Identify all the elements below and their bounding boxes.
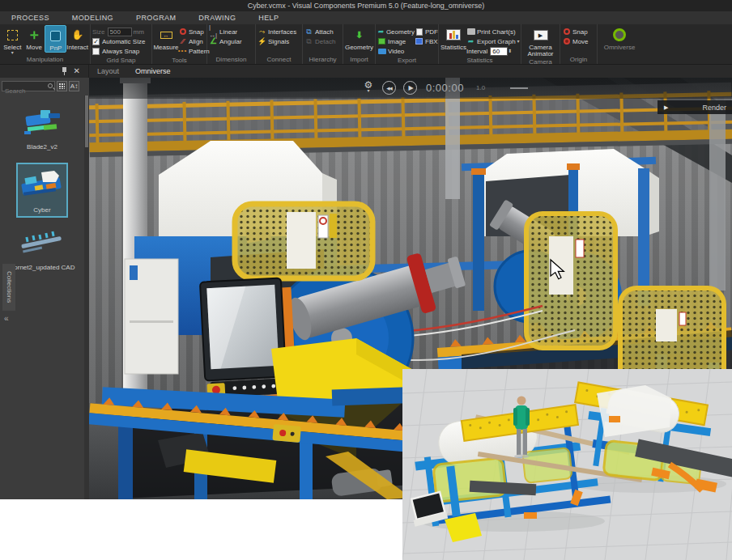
linear-icon: |↔| <box>209 28 218 36</box>
group-dimension: |↔| Linear ∠ Angular Dimension <box>207 24 256 64</box>
group-omniverse: Omniverse <box>598 24 641 64</box>
group-statistics: Statistics Print Chart(s) ➦ Export Graph… <box>439 24 521 64</box>
grid-view-button[interactable] <box>57 81 67 91</box>
export-geometry-button[interactable]: ➦ Geometry <box>377 27 415 36</box>
attach-button[interactable]: ⧉ Attach <box>304 27 335 36</box>
measure-button[interactable]: ↔ Measure <box>154 25 178 51</box>
sort-button[interactable]: A↕ <box>69 81 79 91</box>
move-button[interactable]: ✛ Move <box>23 25 45 51</box>
empty-area <box>0 499 402 560</box>
export-pdf-button[interactable]: PDF <box>415 27 438 36</box>
collections-tab[interactable]: Collections <box>2 264 15 311</box>
export-geometry-icon: ➦ <box>377 28 385 36</box>
menu-process[interactable]: PROCESS <box>0 14 61 22</box>
image-icon <box>378 38 385 45</box>
export-graph-dropdown-icon: ▾ <box>517 40 520 44</box>
close-icon[interactable]: ✕ <box>74 65 80 78</box>
angular-button[interactable]: ∠ Angular <box>209 36 242 46</box>
component-cyber-selected[interactable]: Cyber <box>16 163 68 218</box>
rewind-button[interactable]: ◀◀ <box>382 81 396 95</box>
print-charts-button[interactable]: Print Chart(s) <box>466 27 520 36</box>
interval-spinner[interactable]: ⬍ <box>508 49 512 53</box>
statistics-button[interactable]: Statistics <box>440 25 466 51</box>
pattern-button[interactable]: ••• Pattern <box>178 46 210 56</box>
inset-3d-view[interactable] <box>402 369 732 560</box>
always-snap-checkbox[interactable]: Always Snap <box>92 46 145 56</box>
video-icon <box>378 49 386 54</box>
title-bar: Cyber.vcmx - Visual Components Premium 5… <box>0 0 732 11</box>
search-row: A↕ <box>0 78 89 95</box>
detach-icon: ⧉ <box>304 37 313 45</box>
sort-icon: A↕ <box>70 83 78 90</box>
menu-help[interactable]: HELP <box>247 14 290 22</box>
pdf-icon <box>416 28 423 36</box>
render-panel-tab[interactable]: ▶ Render <box>658 100 732 114</box>
size-input[interactable] <box>108 28 132 36</box>
detach-button[interactable]: ⧉ Detach <box>304 36 335 46</box>
export-graph-icon: ➦ <box>466 37 475 45</box>
pnp-button[interactable]: PnP <box>45 25 66 53</box>
import-geometry-button[interactable]: ⬇ Geometry <box>345 25 373 51</box>
origin-move-button[interactable]: Move <box>562 36 589 46</box>
interfaces-button[interactable]: ⤳ Interfaces <box>257 27 296 36</box>
camera-animator-button[interactable]: ▶ Camera Animator <box>523 25 558 57</box>
group-grid-snap: Size mm ✓ Automatic Size Always Snap Gri… <box>91 24 152 64</box>
pnp-icon <box>50 31 61 41</box>
tab-layout[interactable]: Layout <box>89 65 127 78</box>
snap-button[interactable]: Snap <box>178 27 210 36</box>
inset-scene <box>402 369 732 560</box>
component-list: Blade2_v2 Cyber <box>0 97 84 272</box>
interact-button[interactable]: ✋ Interact <box>66 25 88 51</box>
group-export: ➦ Geometry Image Video PDF <box>376 24 439 64</box>
component-hornet2[interactable]: Hornet2_updated CAD <box>5 226 79 272</box>
simulation-time: 0:00:00 <box>426 82 464 94</box>
group-connect: ⤳ Interfaces ⚡ Signals Connect <box>256 24 303 64</box>
search-icon <box>48 83 53 88</box>
tab-omniverse[interactable]: Omniverse <box>127 65 179 78</box>
menu-program[interactable]: PROGRAM <box>125 14 187 22</box>
linear-button[interactable]: |↔| Linear <box>209 27 242 36</box>
component-panel: A↕ Blade2_v2 <box>0 78 89 499</box>
search-input[interactable] <box>2 87 54 95</box>
interval-input[interactable] <box>490 47 508 56</box>
export-image-button[interactable]: Image <box>377 36 415 46</box>
interact-icon: ✋ <box>71 29 83 40</box>
play-button[interactable]: ▶ <box>403 81 417 95</box>
size-row: Size mm <box>92 27 145 36</box>
render-tab-label: Render <box>702 104 726 112</box>
statistics-icon <box>446 29 461 40</box>
origin-move-icon <box>564 38 570 45</box>
printer-icon <box>467 28 475 35</box>
group-hierarchy: ⧉ Attach ⧉ Detach Hierarchy <box>303 24 343 64</box>
component-blade2[interactable]: Blade2_v2 <box>5 105 79 151</box>
menu-modeling[interactable]: MODELING <box>61 14 125 22</box>
checkbox-checked-icon: ✓ <box>92 38 100 45</box>
align-button[interactable]: ⁄⁄ Align <box>178 36 210 46</box>
render-expand-icon: ▶ <box>664 104 668 111</box>
pin-icon[interactable] <box>62 67 67 75</box>
export-video-button[interactable]: Video <box>377 46 415 56</box>
menu-drawing[interactable]: DRAWING <box>187 14 247 22</box>
omniverse-icon <box>613 28 626 41</box>
interval-row: Interval ⬍ <box>466 46 520 56</box>
rewind-icon: ◀◀ <box>386 86 391 91</box>
export-fbx-button[interactable]: FBX <box>415 36 438 46</box>
playback-settings-button[interactable]: ⚙ ▾ <box>363 79 374 93</box>
origin-snap-icon <box>564 28 570 35</box>
pattern-icon: ••• <box>178 47 187 55</box>
playback-bar: ⚙ ▾ ◀◀ ▶ 0:00:00 1.0 <box>89 78 732 99</box>
ribbon: Select ▾ ✛ Move PnP ✋ Interact Manipulat… <box>0 24 732 65</box>
collapse-panel-icon[interactable]: « <box>4 314 9 323</box>
fbx-icon <box>415 38 423 45</box>
scrollbar-thumb[interactable] <box>85 95 88 147</box>
automatic-size-checkbox[interactable]: ✓ Automatic Size <box>92 36 145 46</box>
signals-button[interactable]: ⚡ Signals <box>257 36 296 46</box>
signals-icon: ⚡ <box>257 37 266 45</box>
omniverse-button[interactable]: Omniverse <box>599 25 640 51</box>
component-thumbnail <box>17 226 67 261</box>
export-graph-button[interactable]: ➦ Export Graph ▾ <box>466 36 520 46</box>
speed-slider[interactable] <box>510 87 528 89</box>
origin-snap-button[interactable]: Snap <box>562 27 589 36</box>
select-button[interactable]: Select ▾ <box>2 25 23 55</box>
search-box <box>2 81 55 91</box>
